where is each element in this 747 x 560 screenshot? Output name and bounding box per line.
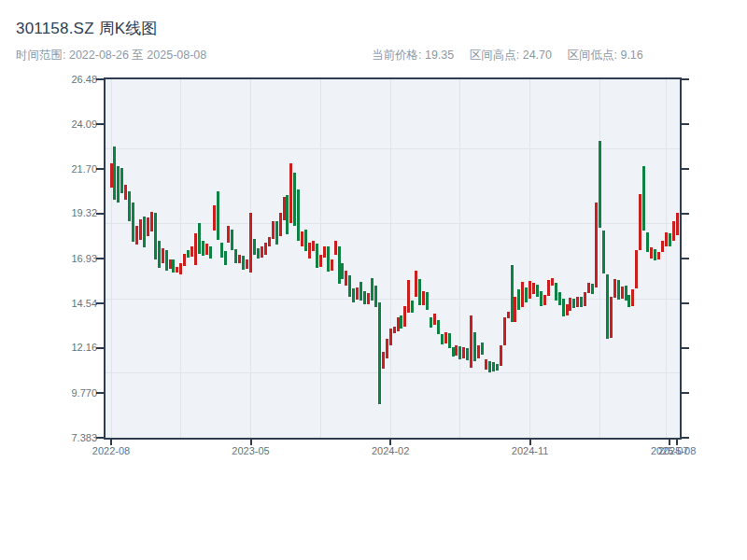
candle-up xyxy=(621,287,624,299)
candle-up xyxy=(135,226,138,245)
candle-up xyxy=(470,315,472,368)
v-gridline xyxy=(599,79,600,438)
candle-down xyxy=(540,291,543,306)
candle-up xyxy=(162,248,164,263)
y-axis-label: 9.770 xyxy=(41,387,97,399)
candle-down xyxy=(418,279,421,305)
candle-down xyxy=(558,292,561,305)
y-axis-label: 26.48 xyxy=(41,74,97,85)
candle-down xyxy=(627,295,630,307)
x-tick xyxy=(389,440,391,445)
candle-up xyxy=(205,244,208,255)
y-tick-right xyxy=(682,437,689,439)
candle-up xyxy=(272,221,275,239)
candle-down xyxy=(304,230,307,251)
candle-down xyxy=(599,141,601,228)
candle-up xyxy=(268,237,271,246)
candle-down xyxy=(257,248,260,259)
candle-down xyxy=(646,232,649,252)
candle-down xyxy=(466,348,469,360)
candle-up xyxy=(227,226,230,243)
candle-down xyxy=(517,289,520,310)
candle-down xyxy=(642,166,645,231)
candle-down xyxy=(209,246,212,259)
y-axis-label: 19.32 xyxy=(41,207,97,218)
candle-up xyxy=(179,263,182,274)
candle-up xyxy=(264,243,267,255)
candle-up xyxy=(169,259,172,269)
candle-up xyxy=(261,246,263,258)
candle-down xyxy=(492,362,495,371)
range-low-stat: 区间低点: 9.16 xyxy=(567,49,642,62)
h-gridline xyxy=(106,299,680,300)
candle-down xyxy=(253,239,256,255)
candle-up xyxy=(595,203,598,287)
y-tick-left xyxy=(96,437,104,439)
v-gridline xyxy=(180,79,181,438)
candle-down xyxy=(117,166,120,203)
candle-down xyxy=(602,231,605,273)
y-axis-label: 16.93 xyxy=(41,253,97,264)
candle-up xyxy=(635,250,638,288)
y-axis-label: 12.16 xyxy=(41,342,97,353)
candle-down xyxy=(458,346,461,359)
candle-down xyxy=(198,223,201,253)
y-tick-right xyxy=(682,392,689,394)
candle-up xyxy=(183,254,186,266)
candle-up xyxy=(194,233,197,265)
candle-up xyxy=(389,329,392,345)
candle-up xyxy=(147,217,149,236)
y-tick-right xyxy=(682,258,689,259)
candle-down xyxy=(341,263,344,279)
h-gridline xyxy=(106,372,680,373)
y-tick-left xyxy=(96,302,104,304)
candle-up xyxy=(367,293,370,304)
x-tick xyxy=(529,440,531,445)
candle-up xyxy=(576,297,579,307)
candle-up xyxy=(301,231,303,246)
candle-up xyxy=(397,317,400,331)
candle-down xyxy=(113,147,116,200)
candle-up xyxy=(676,213,679,235)
y-tick-right xyxy=(682,168,689,170)
candle-down xyxy=(352,288,355,302)
candle-down xyxy=(158,241,161,268)
y-tick-right xyxy=(682,302,689,304)
candle-down xyxy=(562,299,565,316)
candle-up xyxy=(279,213,282,236)
candle-down xyxy=(580,297,583,307)
candle-down xyxy=(496,364,499,371)
candle-down xyxy=(426,292,429,310)
candle-down xyxy=(669,233,671,246)
current-price-value: 19.35 xyxy=(425,49,454,62)
candle-down xyxy=(481,343,484,355)
candle-up xyxy=(672,221,675,241)
candle-down xyxy=(165,250,168,271)
candle-down xyxy=(452,347,455,357)
candle-down xyxy=(234,249,237,263)
v-gridline xyxy=(459,79,460,438)
candle-down xyxy=(525,287,528,302)
candle-down xyxy=(437,320,440,334)
y-tick-left xyxy=(96,123,104,125)
candle-down xyxy=(297,189,300,241)
candle-down xyxy=(359,282,362,301)
y-tick-left xyxy=(96,168,104,170)
candle-down xyxy=(224,251,227,265)
v-gridline xyxy=(390,79,391,438)
candle-up xyxy=(543,295,546,305)
candle-up xyxy=(386,339,388,358)
candle-up xyxy=(283,197,286,220)
y-tick-left xyxy=(96,78,104,80)
candle-down xyxy=(363,291,366,304)
candle-down xyxy=(143,217,146,247)
candle-up xyxy=(485,359,487,370)
candle-down xyxy=(172,259,175,273)
h-gridline xyxy=(106,223,680,224)
candle-down xyxy=(378,302,381,404)
candle-down xyxy=(286,195,289,234)
x-tick xyxy=(676,440,678,445)
candle-up xyxy=(500,345,502,366)
y-tick-left xyxy=(96,392,104,394)
y-axis-label: 21.70 xyxy=(41,163,97,175)
